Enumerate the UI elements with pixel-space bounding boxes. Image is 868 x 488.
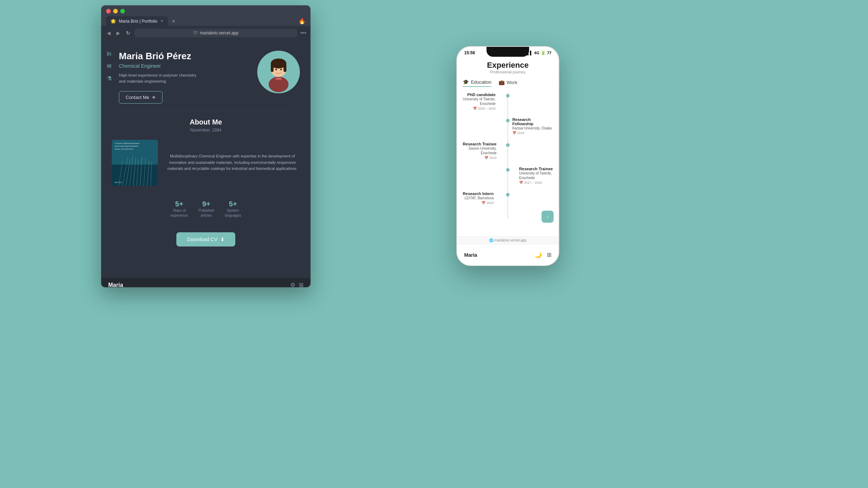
section-divider [122,111,290,111]
hero-text: Maria Brió Pérez Chemical Engineer High … [119,51,250,104]
linkedin-icon[interactable]: in [107,51,112,57]
about-content: A Journey Towards Responsive and Circula… [112,140,300,186]
phd-dot [506,94,510,98]
trainee-ut-entry: Research Trainee University of Twente,En… [519,167,553,184]
scroll-up-icon: ↑ [546,214,549,220]
fellowship-org: Kansai University, Osaka [512,126,553,131]
contact-me-button[interactable]: Contact Me ✈ [119,91,163,104]
grid-icon[interactable]: ⊞ [299,282,303,287]
url-text: mariabrio.vercel.app [200,30,238,35]
intern-entry: Research Intern LEITAT, Barcelona 📅 2016 [463,192,494,205]
scroll-up-button[interactable]: ↑ [542,211,554,223]
battery-level: 77 [547,51,551,55]
about-section: About Me November, 1994 [101,115,311,193]
tab-title: Maria Brió | Portfolio [119,19,158,24]
intern-dot [506,193,510,196]
security-icon: 🛡 [193,30,198,35]
tab-work[interactable]: 💼 Work [499,79,517,87]
download-cv-label: Download CV [187,237,218,242]
svg-point-6 [275,69,277,71]
flame-icon: 🔥 [298,18,306,24]
phone-moon-icon[interactable]: 🌙 [535,251,542,258]
stat-experience-number: 5+ [171,200,188,208]
forward-button[interactable]: ▶ [115,29,122,37]
traffic-light-red[interactable] [106,9,111,13]
fellowship-title: Research Fellowship [512,117,553,126]
education-tab-icon: 🎓 [463,79,469,85]
intern-date-icon: 📅 [482,201,485,205]
active-tab[interactable]: 🌟 Maria Brió | Portfolio ✕ [106,16,168,26]
timeline-item-trainee-ut: Research Trainee University of Twente,En… [463,167,553,184]
intern-title: Research Intern [463,192,494,196]
svg-rect-5 [284,63,286,72]
work-tab-icon: 💼 [499,79,505,85]
footer-logo: Maria [108,282,123,288]
network-type: 4G [534,51,539,55]
send-icon: ✈ [152,95,156,100]
more-options-button[interactable]: ••• [300,30,306,36]
new-tab-button[interactable]: + [169,17,178,26]
browser-footer: Maria ⚙ ⊞ [101,278,311,287]
tab-bar: 🌟 Maria Brió | Portfolio ✕ + 🔥 [106,16,306,26]
hero-description: High level experience in polymer chemist… [119,72,197,85]
timeline-item-fellowship: Research Fellowship Kansai University, O… [463,117,553,135]
phone-experience-subtitle: Professional journey [463,70,553,74]
phone-content: Experience Professional journey 🎓 Educat… [457,57,559,254]
phone-url-bar: 🌐 mariabrio.vercel.app [457,236,559,244]
tab-education[interactable]: 🎓 Education [463,79,491,87]
phone-notch [487,47,529,57]
refresh-button[interactable]: ↻ [125,29,132,37]
url-bar[interactable]: 🛡 mariabrio.vercel.app [134,29,297,37]
contact-btn-label: Contact Me [126,95,149,100]
svg-text:Maria Brió...: Maria Brió... [115,182,123,183]
phd-title: PhD candidate [463,93,496,97]
svg-text:and Circular Polymer Brushes: and Circular Polymer Brushes [115,145,138,147]
settings-icon[interactable]: ⚙ [290,282,295,287]
email-icon[interactable]: ✉ [107,63,112,70]
fellowship-date-icon: 📅 [512,131,516,135]
about-title: About Me [112,118,300,126]
book-cover: A Journey Towards Responsive and Circula… [112,140,158,186]
portfolio-content: in ✉ ⚗ Maria Brió Pérez Chemical Enginee… [101,40,311,287]
download-cv-button[interactable]: Download CV ⬇ [176,232,235,246]
stat-articles-label: Publishedarticles [198,208,214,218]
phd-date-icon: 📅 [473,107,477,110]
stat-languages: 5+ Spokenlanguages [225,200,241,218]
phd-date: 📅 2020 – 2024 [463,107,496,110]
trainee-ut-date: 📅 2017 – 2018 [519,181,553,184]
hero-name: Maria Brió Pérez [119,51,250,62]
trainee-ut-title: Research Trainee [519,167,553,171]
phone-grid-icon[interactable]: ⊞ [547,251,551,258]
sidebar-icons: in ✉ ⚗ [107,51,112,82]
tab-close-button[interactable]: ✕ [160,19,164,23]
svg-rect-8 [276,78,281,80]
stat-articles: 9+ Publishedarticles [198,200,214,218]
flask-icon[interactable]: ⚗ [107,75,112,82]
trainee-ut-dot [506,168,510,172]
phone-url-text: mariabrio.vercel.app [494,238,527,242]
svg-rect-4 [271,63,274,72]
stat-articles-number: 9+ [198,200,214,208]
traffic-light-green[interactable] [120,9,125,13]
phone-time: 15:56 [464,50,475,55]
hero-section: Maria Brió Pérez Chemical Engineer High … [101,40,311,111]
traffic-light-yellow[interactable] [113,9,118,13]
phone-nav-icons: 🌙 ⊞ [535,251,551,258]
browser-chrome: 🌟 Maria Brió | Portfolio ✕ + 🔥 [101,5,311,26]
battery-icon: 🔋 [541,51,546,55]
back-button[interactable]: ◀ [105,29,112,37]
stat-languages-label: Spokenlanguages [225,208,241,218]
traffic-lights [106,9,306,13]
stat-languages-number: 5+ [225,200,241,208]
fellowship-date: 📅 2023 [512,131,553,135]
about-description: Multidisciplinary Chemical Engineer with… [165,153,300,172]
svg-text:Design and Applications: Design and Applications [115,148,134,150]
phd-entry: PhD candidate University of Twente,Ensch… [463,93,496,110]
avatar [257,51,300,93]
phone-device: 15:56 ▌▌▌ 4G 🔋 77 Experience Professiona… [456,46,559,266]
trainee-ut-date-icon: 📅 [519,181,523,184]
fellowship-dot [506,119,510,122]
trainee-saxion-title: Research Trainee [463,142,496,146]
trainee-saxion-org: Saxion University,Enschede [463,146,496,155]
stat-experience: 5+ Years ofexperience [171,200,188,218]
